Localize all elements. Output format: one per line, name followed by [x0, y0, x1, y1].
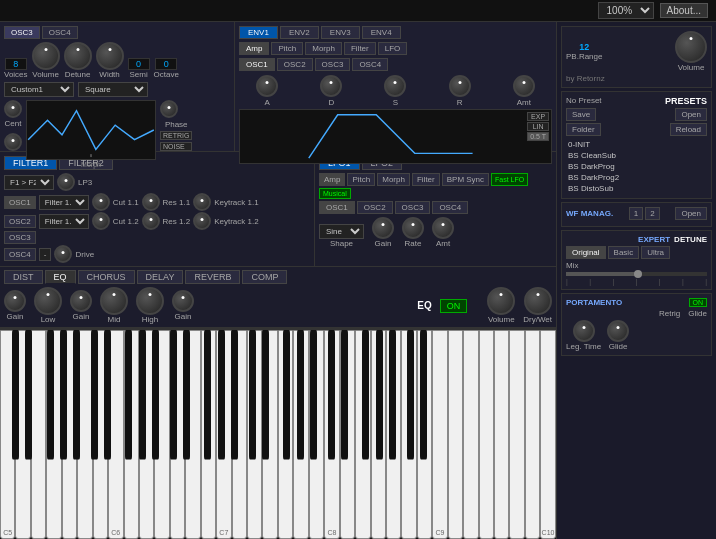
piano-key-f5[interactable]	[46, 330, 61, 539]
eq-volume-knob[interactable]	[487, 287, 515, 315]
piano-key-d5[interactable]	[15, 330, 30, 539]
piano-key-e7[interactable]	[247, 330, 262, 539]
filter-osc2-btn[interactable]: OSC2	[4, 215, 36, 228]
noise-btn[interactable]: NOISE	[160, 142, 192, 151]
piano-key-d9[interactable]	[448, 330, 463, 539]
glide-knob[interactable]	[607, 320, 629, 342]
mix-slider[interactable]	[566, 272, 707, 276]
folder-btn[interactable]: Folder	[566, 123, 601, 136]
piano-key-c5[interactable]: C5	[0, 330, 15, 539]
piano-key-a6[interactable]	[185, 330, 200, 539]
cut-1-2-knob[interactable]	[92, 212, 110, 230]
dist-tab[interactable]: DIST	[4, 270, 43, 284]
open-btn[interactable]: Open	[675, 108, 707, 121]
wf-open-btn[interactable]: Open	[675, 207, 707, 220]
lfo-subtab-bpm[interactable]: BPM Sync	[442, 173, 489, 186]
env-lin-btn[interactable]: LIN	[527, 122, 549, 131]
zoom-select[interactable]: 100%	[598, 2, 654, 19]
env-subtab-filter[interactable]: Filter	[344, 42, 376, 55]
piano-key-a8[interactable]	[401, 330, 416, 539]
lfo-rate-knob[interactable]	[402, 217, 424, 239]
lfo-fast-toggle[interactable]: Fast LFO	[491, 173, 528, 186]
piano-key-g5[interactable]	[62, 330, 77, 539]
filter-minus-btn[interactable]: -	[39, 248, 52, 261]
lfo-subtab-filter[interactable]: Filter	[412, 173, 440, 186]
env-05t-btn[interactable]: 0.5 T	[527, 132, 549, 141]
env-tab-2[interactable]: ENV2	[280, 26, 319, 39]
env-a-knob[interactable]	[256, 75, 278, 97]
preset-item-0[interactable]: 0-INIT	[566, 139, 707, 150]
piano-key-f7[interactable]	[262, 330, 277, 539]
eq-low-knob[interactable]	[34, 287, 62, 315]
wf-tab-1[interactable]: 1	[629, 207, 643, 220]
lfo-subtab-morph[interactable]: Morph	[377, 173, 410, 186]
piano-key-a9[interactable]	[509, 330, 524, 539]
filter-1-2-select[interactable]: Filter 1.2	[39, 214, 89, 229]
piano-key-b9[interactable]	[525, 330, 540, 539]
piano-key-b5[interactable]	[93, 330, 108, 539]
preset-item-3[interactable]: BS DarkProg2	[566, 172, 707, 183]
width-knob[interactable]	[96, 42, 124, 70]
waveform1-select[interactable]: Custom1	[4, 82, 74, 97]
lfo-osc-tab-2[interactable]: OSC2	[357, 201, 393, 214]
piano[interactable]: C5 C6	[0, 328, 556, 539]
master-volume-knob[interactable]	[675, 31, 707, 63]
detune-knob[interactable]	[64, 42, 92, 70]
piano-key-e6[interactable]	[139, 330, 154, 539]
lfo-amt-knob[interactable]	[432, 217, 454, 239]
piano-key-b8[interactable]	[417, 330, 432, 539]
eq-gain1-knob[interactable]	[4, 290, 26, 312]
res-1-2-knob[interactable]	[142, 212, 160, 230]
lfo-osc-tab-3[interactable]: OSC3	[395, 201, 431, 214]
env-subtab-pitch[interactable]: Pitch	[271, 42, 303, 55]
piano-key-b7[interactable]	[309, 330, 324, 539]
env-tab-1[interactable]: ENV1	[239, 26, 278, 39]
retrig-btn[interactable]: RETRIG	[160, 131, 192, 140]
cent-knob[interactable]	[4, 100, 22, 118]
eq-on-btn[interactable]: ON	[440, 299, 468, 313]
piano-key-g6[interactable]	[170, 330, 185, 539]
env-osc-tab-1[interactable]: OSC1	[239, 58, 275, 71]
save-btn[interactable]: Save	[566, 108, 596, 121]
eq-gain2-knob[interactable]	[70, 290, 92, 312]
piano-key-f6[interactable]	[154, 330, 169, 539]
piano-key-a5[interactable]	[77, 330, 92, 539]
cut-1-1-knob[interactable]	[92, 193, 110, 211]
env-osc-tab-4[interactable]: OSC4	[352, 58, 388, 71]
res-1-1-knob[interactable]	[142, 193, 160, 211]
piano-key-c8[interactable]: C8	[324, 330, 339, 539]
eq-tab[interactable]: EQ	[45, 270, 76, 284]
keytrack-1-1-knob[interactable]	[193, 193, 211, 211]
piano-key-g9[interactable]	[494, 330, 509, 539]
piano-key-c9[interactable]: C9	[432, 330, 447, 539]
env-subtab-amp[interactable]: Amp	[239, 42, 269, 55]
piano-key-g8[interactable]	[386, 330, 401, 539]
detune-original-tab[interactable]: Original	[566, 246, 606, 259]
env-tab-4[interactable]: ENV4	[362, 26, 401, 39]
reload-btn[interactable]: Reload	[670, 123, 707, 136]
preset-item-1[interactable]: BS CleanSub	[566, 150, 707, 161]
env-tab-3[interactable]: ENV3	[321, 26, 360, 39]
env-osc-tab-2[interactable]: OSC2	[277, 58, 313, 71]
env-d-knob[interactable]	[320, 75, 342, 97]
piano-key-a7[interactable]	[293, 330, 308, 539]
lfo-gain-knob[interactable]	[372, 217, 394, 239]
leg-time-knob[interactable]	[573, 320, 595, 342]
piano-key-d8[interactable]	[340, 330, 355, 539]
chorus-tab[interactable]: CHORUS	[78, 270, 135, 284]
drive-knob[interactable]	[54, 245, 72, 263]
filter-lp3-knob[interactable]	[57, 173, 75, 191]
portamento-on-btn[interactable]: ON	[689, 298, 708, 307]
preset-item-4[interactable]: BS DistoSub	[566, 183, 707, 194]
detune-ultra-tab[interactable]: Ultra	[641, 246, 670, 259]
env-subtab-morph[interactable]: Morph	[305, 42, 342, 55]
eq-high-knob[interactable]	[136, 287, 164, 315]
env-amt-knob[interactable]	[513, 75, 535, 97]
eq-gain3-knob[interactable]	[172, 290, 194, 312]
piano-key-f8[interactable]	[371, 330, 386, 539]
filter-mode-select[interactable]: F1 > F2	[4, 175, 54, 190]
waveform2-select[interactable]: Square	[78, 82, 148, 97]
piano-key-e5[interactable]	[31, 330, 46, 539]
piano-key-c10[interactable]: C10	[540, 330, 555, 539]
lfo-osc-tab-4[interactable]: OSC4	[432, 201, 468, 214]
